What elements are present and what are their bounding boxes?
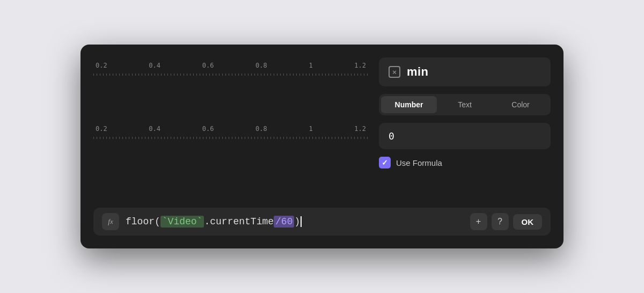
field-name-box: × min: [379, 57, 551, 86]
formula-cursor: [301, 216, 302, 227]
formula-content[interactable]: floor(`Video`.currentTime/60): [126, 216, 464, 228]
tick-1: 1: [309, 62, 312, 69]
tick2-0-2: 0.2: [96, 125, 107, 133]
tab-color[interactable]: Color: [493, 96, 548, 113]
ruler-labels-top: 0.2 0.4 0.6 0.8 1 1.2: [93, 62, 368, 69]
use-formula-checkbox[interactable]: ✓: [379, 157, 391, 169]
formula-video-str: `Video`: [160, 216, 204, 228]
tick-1-2: 1.2: [354, 62, 366, 69]
tab-text[interactable]: Text: [437, 96, 493, 113]
formula-actions: + ? OK: [470, 213, 543, 230]
tick2-0-8: 0.8: [255, 125, 267, 133]
tick2-0-4: 0.4: [149, 125, 160, 133]
ruler-dots-top: [93, 74, 368, 76]
tick2-1: 1: [309, 125, 312, 133]
tick2-1-2: 1.2: [354, 125, 366, 133]
formula-current-time: .currentTime: [204, 216, 274, 227]
tick-0-8: 0.8: [255, 62, 267, 69]
value-display: 0: [389, 130, 394, 142]
formula-divisor: /60: [274, 216, 294, 228]
modal: 0.2 0.4 0.6 0.8 1 1.2 0.2 0.4 0.6 0.8: [80, 45, 564, 248]
ok-button[interactable]: OK: [513, 214, 543, 230]
field-icon-symbol: ×: [392, 68, 397, 76]
tick-0-6: 0.6: [202, 62, 214, 69]
formula-plain-end: ): [294, 216, 300, 227]
ruler-dots-bottom: [93, 137, 368, 139]
formula-help-button[interactable]: ?: [492, 213, 509, 230]
field-icon: ×: [389, 66, 400, 78]
tick-0-4: 0.4: [149, 62, 160, 69]
tick-0-2: 0.2: [96, 62, 107, 69]
formula-icon: fx: [102, 213, 119, 230]
ruler-bottom: 0.2 0.4 0.6 0.8 1 1.2: [93, 125, 368, 139]
ruler-top: 0.2 0.4 0.6 0.8 1 1.2: [93, 62, 368, 76]
tab-number[interactable]: Number: [381, 96, 437, 113]
formula-add-button[interactable]: +: [470, 213, 487, 230]
type-tabs: Number Text Color: [379, 94, 551, 115]
use-formula-label: Use Formula: [396, 158, 442, 167]
tick2-0-6: 0.6: [202, 125, 214, 133]
value-input-box[interactable]: 0: [379, 123, 551, 149]
left-panel: 0.2 0.4 0.6 0.8 1 1.2 0.2 0.4 0.6 0.8: [93, 57, 368, 199]
use-formula-row: ✓ Use Formula: [379, 157, 551, 169]
checkmark-icon: ✓: [382, 158, 388, 167]
formula-bar: fx floor(`Video`.currentTime/60) + ? OK: [93, 208, 551, 236]
field-name-label: min: [407, 65, 428, 79]
modal-body: 0.2 0.4 0.6 0.8 1 1.2 0.2 0.4 0.6 0.8: [80, 45, 564, 199]
right-panel: × min Number Text Color 0: [379, 57, 551, 199]
formula-plain-start: floor(: [126, 216, 160, 227]
ruler-labels-bottom: 0.2 0.4 0.6 0.8 1 1.2: [93, 125, 368, 133]
